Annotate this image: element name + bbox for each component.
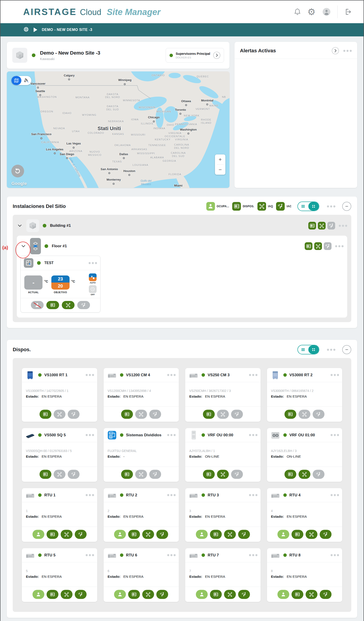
dev-pill[interactable]: [40, 410, 51, 419]
occupancy-pill[interactable]: [114, 590, 126, 599]
iaq-pill[interactable]: [306, 590, 317, 599]
list-view-button[interactable]: [298, 202, 308, 211]
breadcrumb-site[interactable]: DEMO - NEW DEMO SITE -3: [42, 28, 92, 32]
alerts-menu-dots[interactable]: [343, 50, 352, 52]
notifications-bell-icon[interactable]: [293, 8, 301, 16]
dev-pill[interactable]: [291, 530, 303, 539]
map-view-button[interactable]: [11, 76, 21, 85]
dev-pill[interactable]: [128, 530, 140, 539]
list-view-button[interactable]: [298, 345, 308, 354]
device-menu-dots[interactable]: [331, 494, 339, 496]
device-menu-dots[interactable]: [249, 554, 257, 556]
iaq-pill[interactable]: [217, 410, 229, 419]
iac-pill[interactable]: [75, 530, 87, 539]
device-menu-dots[interactable]: [167, 434, 176, 436]
iac-pill[interactable]: [313, 470, 324, 479]
device-status-icon[interactable]: [308, 222, 316, 229]
chevron-down-icon[interactable]: [17, 223, 23, 229]
iaq-status-icon[interactable]: [314, 242, 322, 250]
globe-icon[interactable]: [23, 26, 29, 33]
iaq-pill[interactable]: [306, 530, 317, 539]
occupancy-pill[interactable]: [114, 530, 126, 539]
map-card[interactable]: CalgaryWinnipegONTARIOQUÉBECVancouverSea…: [7, 71, 229, 188]
iaq-pill[interactable]: [217, 470, 229, 479]
legend-item-iaq[interactable]: IAQ: [257, 202, 273, 211]
iac-pill[interactable]: [320, 530, 332, 539]
iac-pill[interactable]: [231, 470, 243, 479]
dev-pill[interactable]: [203, 410, 215, 419]
zoom-in-button[interactable]: +: [215, 155, 225, 164]
dev-pill[interactable]: [285, 410, 296, 419]
dev-pill[interactable]: [128, 590, 140, 599]
device-menu-dots[interactable]: [249, 494, 257, 496]
zoom-out-button[interactable]: −: [215, 165, 225, 175]
user-avatar[interactable]: [321, 7, 332, 17]
room-floorplan-icon[interactable]: [24, 258, 33, 268]
iac-pill[interactable]: [231, 410, 243, 419]
iaq-pill[interactable]: [61, 530, 73, 539]
iaq-pill[interactable]: [54, 470, 65, 479]
dev-pill[interactable]: [210, 530, 222, 539]
mode-off-icon[interactable]: [89, 285, 96, 293]
device-menu-dots[interactable]: [167, 494, 176, 496]
iaq-pill[interactable]: [299, 410, 310, 419]
dev-pill[interactable]: [47, 530, 58, 539]
iaq-pill[interactable]: [62, 301, 75, 309]
alerts-open-icon[interactable]: [332, 47, 339, 55]
occupancy-pill[interactable]: [196, 530, 208, 539]
iaq-pill[interactable]: [224, 590, 236, 599]
iac-pill[interactable]: [149, 470, 161, 479]
iac-pill[interactable]: [68, 410, 79, 419]
iaq-pill[interactable]: [54, 410, 65, 419]
device-menu-dots[interactable]: [249, 434, 257, 436]
device-menu-dots[interactable]: [331, 374, 339, 376]
supervisor-button[interactable]: Supervisores Principal DOCKER-ES: [166, 48, 224, 63]
room-menu-dots[interactable]: [89, 262, 97, 264]
settings-gear-icon[interactable]: ⚙: [307, 8, 316, 16]
occupancy-pill[interactable]: [277, 590, 289, 599]
satellite-view-button[interactable]: [21, 76, 31, 85]
dev-pill[interactable]: [47, 590, 58, 599]
occupancy-pill[interactable]: [196, 590, 208, 599]
iac-pill[interactable]: [156, 530, 168, 539]
dev-pill[interactable]: [285, 470, 296, 479]
grid-view-button[interactable]: [308, 202, 319, 211]
device-menu-dots[interactable]: [86, 554, 94, 556]
occupancy-off-pill[interactable]: [31, 301, 44, 309]
dev-pill[interactable]: [40, 470, 51, 479]
iac-pill[interactable]: [313, 410, 324, 419]
iac-pill[interactable]: [68, 470, 79, 479]
iac-status-icon[interactable]: [327, 222, 335, 229]
iaq-pill[interactable]: [299, 470, 310, 479]
iac-pill[interactable]: [156, 590, 168, 599]
iac-pill[interactable]: [77, 301, 90, 309]
dev-pill[interactable]: [121, 470, 133, 479]
device-menu-dots[interactable]: [86, 494, 94, 496]
logout-icon[interactable]: [344, 8, 352, 16]
iaq-status-icon[interactable]: [318, 222, 326, 229]
iaq-pill[interactable]: [135, 410, 147, 419]
dev-pill[interactable]: [121, 410, 133, 419]
device-menu-dots[interactable]: [331, 434, 339, 436]
map-refresh-button[interactable]: [11, 165, 24, 177]
device-menu-dots[interactable]: [86, 374, 94, 376]
target-temperature[interactable]: 23 20: [51, 276, 70, 290]
iaq-pill[interactable]: [61, 590, 73, 599]
device-status-icon[interactable]: [305, 242, 312, 250]
grid-view-button[interactable]: [308, 345, 319, 354]
iaq-pill[interactable]: [142, 590, 154, 599]
iac-status-icon[interactable]: [324, 242, 332, 250]
device-menu-dots[interactable]: [167, 554, 176, 556]
device-pill[interactable]: [46, 301, 59, 309]
floor-menu-dots[interactable]: [335, 245, 344, 247]
iac-pill[interactable]: [238, 530, 250, 539]
iac-pill[interactable]: [75, 590, 87, 599]
iaq-pill[interactable]: [224, 530, 236, 539]
device-menu-dots[interactable]: [331, 554, 339, 556]
device-menu-dots[interactable]: [167, 374, 176, 376]
occupancy-pill[interactable]: [32, 590, 44, 599]
iac-pill[interactable]: [238, 590, 250, 599]
devices-menu-dots[interactable]: [327, 349, 335, 351]
iac-pill[interactable]: [320, 590, 332, 599]
device-menu-dots[interactable]: [86, 434, 94, 436]
